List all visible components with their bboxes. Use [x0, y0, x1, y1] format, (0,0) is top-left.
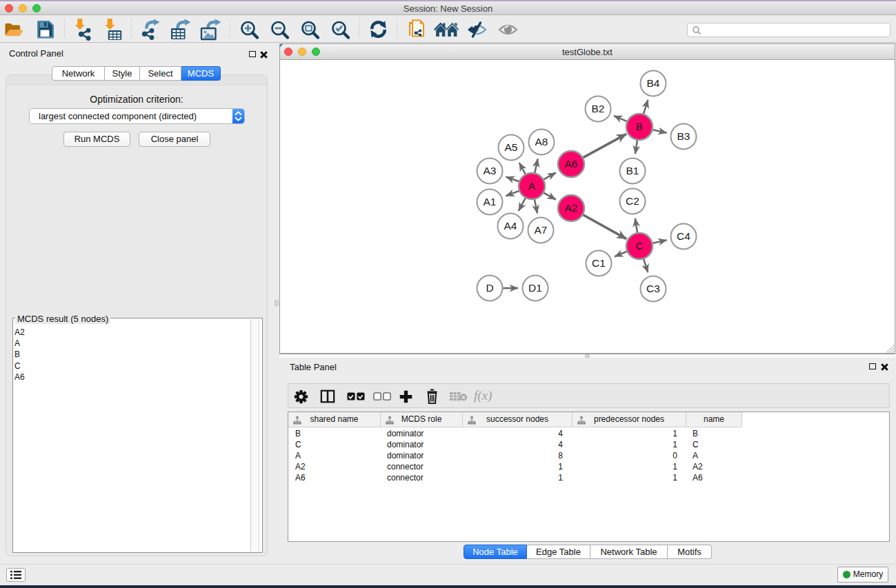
svg-text:A3: A3	[484, 165, 497, 176]
svg-text:C3: C3	[646, 283, 660, 294]
svg-text:C: C	[635, 240, 643, 252]
svg-text:B2: B2	[592, 103, 605, 114]
svg-text:D: D	[486, 282, 493, 294]
svg-text:A4: A4	[504, 220, 517, 232]
svg-text:B1: B1	[626, 165, 639, 176]
svg-text:A: A	[528, 180, 536, 192]
svg-text:A8: A8	[535, 136, 548, 148]
svg-text:A7: A7	[535, 224, 548, 236]
svg-text:B3: B3	[677, 130, 690, 142]
svg-text:C1: C1	[592, 257, 606, 269]
svg-text:B: B	[636, 121, 643, 132]
svg-text:D1: D1	[528, 282, 542, 294]
svg-text:A1: A1	[484, 196, 497, 207]
svg-text:A6: A6	[565, 158, 578, 170]
svg-text:A5: A5	[505, 141, 518, 153]
svg-text:B4: B4	[647, 77, 660, 89]
svg-text:C2: C2	[626, 195, 639, 207]
svg-text:A2: A2	[565, 202, 578, 214]
svg-text:C4: C4	[677, 230, 690, 242]
